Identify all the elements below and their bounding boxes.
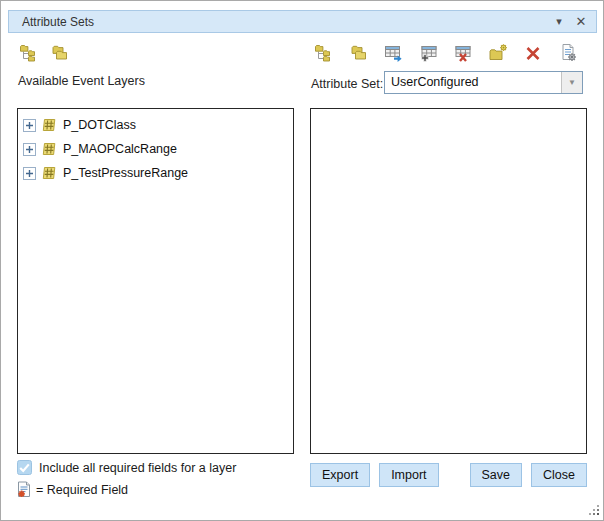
attribute-set-label: Attribute Set: <box>311 77 383 91</box>
combo-dropdown-button[interactable]: ▼ <box>561 72 582 93</box>
titlebar: Attribute Sets ▾ ✕ <box>8 10 597 33</box>
close-icon[interactable]: ✕ <box>570 14 592 29</box>
chevron-down-icon: ▼ <box>568 78 576 87</box>
import-button[interactable]: Import <box>379 463 438 487</box>
attribute-set-value: UserConfigured <box>385 72 561 93</box>
tree-item-label: P_MAOPCalcRange <box>62 142 177 156</box>
include-required-fields-checkbox[interactable] <box>17 460 32 475</box>
event-layer-icon <box>41 117 57 133</box>
remove-table-icon[interactable] <box>453 43 473 63</box>
collapse-caret-icon[interactable]: ▾ <box>548 15 570 28</box>
close-button[interactable]: Close <box>531 463 587 487</box>
left-toolbar <box>19 43 70 63</box>
dialog-title: Attribute Sets <box>9 15 94 29</box>
required-field-legend-text: = Required Field <box>36 483 128 497</box>
expand-plus-icon[interactable] <box>23 167 36 180</box>
delete-icon[interactable] <box>523 43 543 63</box>
include-required-fields-label: Include all required fields for a layer <box>39 461 236 475</box>
event-layer-tree: P_DOTClass <box>18 109 293 185</box>
save-button[interactable]: Save <box>470 463 523 487</box>
export-table-icon[interactable] <box>384 43 404 63</box>
tree-row[interactable]: P_MAOPCalcRange <box>18 137 293 161</box>
tree-item-label: P_DOTClass <box>62 118 136 132</box>
expand-plus-icon[interactable] <box>23 143 36 156</box>
attribute-set-combobox[interactable]: UserConfigured ▼ <box>384 71 583 94</box>
event-layer-icon <box>41 165 57 181</box>
event-layer-icon <box>41 141 57 157</box>
expand-plus-icon[interactable] <box>23 119 36 132</box>
available-event-layers-heading: Available Event Layers <box>18 74 145 88</box>
tree-row[interactable]: P_DOTClass <box>18 113 293 137</box>
include-required-fields-row: Include all required fields for a layer <box>17 460 236 475</box>
tree-item-label: P_TestPressureRange <box>62 166 188 180</box>
attribute-set-contents-list <box>310 108 587 454</box>
right-toolbar <box>314 43 578 63</box>
dialog-buttons: Export Import Save Close <box>310 463 587 487</box>
available-event-layers-list: P_DOTClass <box>17 108 294 454</box>
open-folders-icon[interactable] <box>349 43 369 63</box>
add-table-icon[interactable] <box>419 43 439 63</box>
commit-buttons: Save Close <box>470 463 587 487</box>
report-settings-icon[interactable] <box>558 43 578 63</box>
tree-row[interactable]: P_TestPressureRange <box>18 161 293 185</box>
transfer-buttons: Export Import <box>310 463 439 487</box>
add-event-layers-tree-icon[interactable] <box>314 43 334 63</box>
attribute-sets-dialog: Attribute Sets ▾ ✕ <box>0 0 604 521</box>
required-field-icon <box>17 481 31 498</box>
open-folders-icon[interactable] <box>50 43 70 63</box>
resize-grip[interactable] <box>588 504 600 516</box>
export-button[interactable]: Export <box>310 463 370 487</box>
new-folder-icon[interactable] <box>488 43 508 63</box>
required-field-legend: = Required Field <box>17 481 128 498</box>
add-event-layers-tree-icon[interactable] <box>19 43 39 63</box>
